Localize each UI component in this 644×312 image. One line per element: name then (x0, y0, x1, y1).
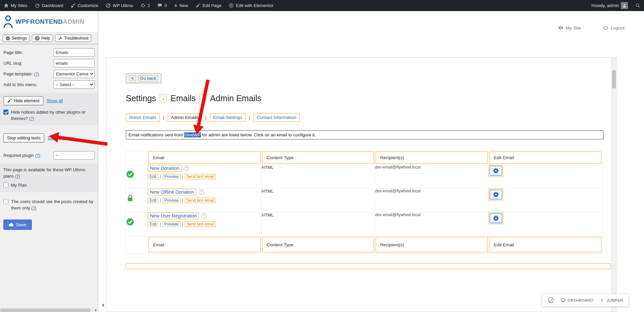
content-type-col-footer: Content Type (262, 237, 374, 252)
adminbar-edit-page[interactable]: Edit Page (192, 0, 225, 11)
edit-link[interactable]: Edit (148, 222, 158, 227)
adminbar-edit-elementor[interactable]: Edit with Elementor (225, 0, 277, 11)
wpfa-logo-text: WPFRONTENDADMIN (15, 18, 85, 25)
email-help-icon[interactable]: ? (201, 213, 207, 219)
tab-contact-information[interactable]: Contact Information (253, 113, 300, 122)
tab-donor-emails[interactable]: Donor Emails (126, 113, 160, 122)
stop-editing-texts-button[interactable]: Stop editing texts (3, 133, 44, 142)
tab-settings[interactable]: Settings (3, 35, 30, 42)
preview-link[interactable]: Preview (163, 222, 180, 227)
breadcrumb-settings[interactable]: Settings (126, 93, 156, 103)
adminbar-new[interactable]: + New (171, 0, 192, 11)
power-icon (603, 25, 608, 30)
panel-close-x[interactable]: x (102, 302, 104, 308)
hscroll-right-arrow[interactable] (95, 309, 97, 312)
breadcrumb-emails[interactable]: Emails (170, 93, 196, 103)
tab-troubleshoot[interactable]: Troubleshoot (55, 35, 92, 42)
email-help-icon[interactable]: ? (199, 189, 204, 195)
email-locked-icon (126, 194, 134, 202)
adminbar-account[interactable]: Howdy, admin (588, 0, 632, 11)
adminbar-customize[interactable]: Customize (67, 0, 102, 11)
vscroll-thumb[interactable] (612, 70, 616, 88)
email-help-icon[interactable]: ? (184, 166, 189, 171)
page-template-help-link[interactable]: (?) (34, 72, 39, 76)
hide-elements-section: Hide element Show all Hide notices added… (0, 93, 98, 125)
send-test-email-link[interactable]: Send test email (185, 198, 216, 203)
givewp-icon[interactable] (547, 297, 554, 304)
hide-notices-help-link[interactable]: (?) (29, 116, 34, 121)
page-template-select[interactable]: Elementor Canvas (54, 70, 95, 78)
tab-email-settings[interactable]: Email Settings (210, 113, 246, 122)
gear-button-outline (489, 212, 503, 224)
adminbar-search[interactable] (632, 0, 644, 11)
dashboard-shortcut[interactable]: DASHBOARD (561, 298, 593, 303)
email-title-link[interactable]: New Offline Donation (148, 189, 196, 195)
main-area: My Site Logout < Go back Settings › Emai… (99, 11, 644, 312)
brush-icon (70, 3, 75, 8)
content-type-value: HTML (262, 212, 273, 217)
url-slug-input[interactable] (54, 59, 95, 67)
users-posts-help-link[interactable]: (?) (31, 206, 36, 210)
empty-text-element[interactable] (126, 263, 611, 269)
preview-scrollbar[interactable] (611, 58, 616, 312)
my-site-button[interactable]: My Site (558, 25, 581, 30)
save-changes-link[interactable]: Save changes (48, 135, 75, 140)
send-test-email-link[interactable]: Send test email (185, 174, 216, 179)
back-chevron-icon: < (129, 75, 136, 81)
required-plugin-help-link[interactable]: (?) (35, 153, 40, 158)
logout-button[interactable]: Logout (603, 25, 625, 30)
action-separator: | (160, 198, 161, 203)
hide-notices-checkbox[interactable] (3, 110, 8, 115)
table-header-row: Email Content Type Recipient(s) Edit Ema… (126, 151, 602, 165)
eye-icon (558, 25, 564, 30)
updates-icon (141, 3, 146, 8)
hide-element-button[interactable]: Hide element (3, 96, 43, 105)
save-button[interactable]: Save (3, 220, 32, 230)
go-back-button[interactable]: < Go back (126, 73, 161, 83)
tab-help-label: Help (41, 36, 50, 41)
edit-link[interactable]: Edit (148, 198, 158, 203)
wp-ultimo-label: WP Ultimo (113, 3, 133, 8)
users-posts-checkbox[interactable] (3, 199, 8, 204)
show-all-link[interactable]: Show all (47, 98, 63, 103)
recipients-value: dev-email@flywheel.local (375, 212, 421, 217)
required-plugin-input[interactable] (54, 151, 95, 160)
search-icon (635, 3, 640, 8)
configure-email-button[interactable] (490, 166, 502, 176)
hide-element-label: Hide element (14, 98, 40, 103)
plans-help-link[interactable]: (?) (15, 174, 20, 179)
configure-email-button[interactable] (490, 213, 502, 223)
menu-select[interactable]: – Select – (54, 80, 95, 89)
content-type-value: HTML (262, 165, 273, 170)
wpfa-panel: WPFRONTENDADMIN Settings ? Help Troubles… (0, 11, 98, 312)
send-test-email-link[interactable]: Send test email (185, 222, 216, 227)
panel-hscrollbar[interactable] (0, 308, 98, 312)
jumper-shortcut[interactable]: JUMPER (600, 298, 623, 303)
monitor-icon (561, 298, 566, 303)
breadcrumb-separator-icon: › (160, 95, 167, 102)
adminbar-dashboard[interactable]: Dashboard (31, 0, 67, 11)
page-preview: < Go back Settings › Emails › Admin Emai… (106, 57, 616, 312)
my-sites-label: My Sites (11, 3, 28, 8)
adminbar-comments[interactable]: 0 (154, 0, 170, 11)
hscroll-thumb[interactable] (0, 309, 91, 312)
email-title-link[interactable]: New User Registration (148, 212, 199, 219)
configure-email-button[interactable] (490, 190, 502, 199)
tab-admin-emails[interactable]: Admin Emails (168, 113, 202, 122)
email-title-link[interactable]: New Donation (148, 165, 181, 172)
wpfa-logo: WPFRONTENDADMIN (0, 11, 98, 33)
page-title-input[interactable] (54, 48, 95, 57)
preview-link[interactable]: Preview (163, 198, 180, 203)
adminbar-wp-ultimo[interactable]: WP Ultimo (102, 0, 137, 11)
my-site-label: My Site (566, 25, 581, 30)
adminbar-my-sites[interactable]: My Sites (0, 0, 31, 11)
action-separator: | (182, 174, 183, 179)
preview-link[interactable]: Preview (163, 174, 180, 179)
panel-body: Page title: URL slug: Page template: (?)… (0, 44, 98, 230)
tab-help[interactable]: ? Help (32, 35, 53, 42)
adminbar-updates[interactable]: 2 (137, 0, 154, 11)
logo-frontend: FRONTEND (26, 18, 63, 25)
edit-link[interactable]: Edit (148, 174, 158, 179)
emails-table: Email Content Type Recipient(s) Edit Ema… (126, 150, 602, 254)
my-plan-checkbox[interactable] (3, 183, 8, 188)
